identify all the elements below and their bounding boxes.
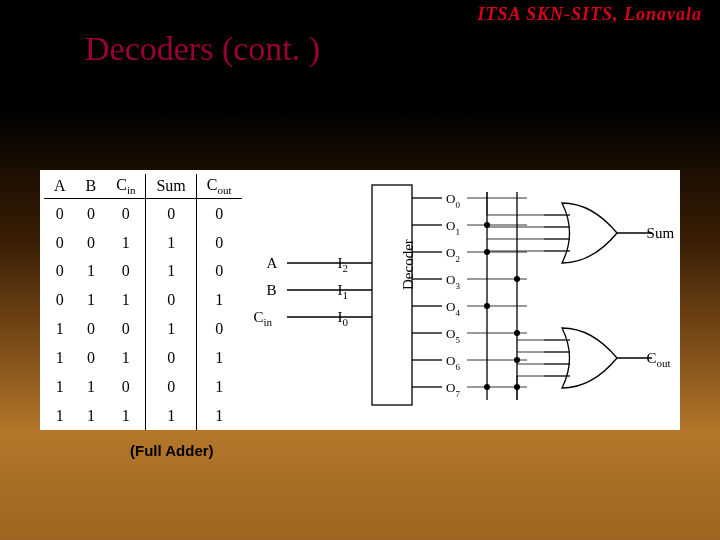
slide-subtitle: Logic function implementation: [140, 90, 488, 122]
tt-cell: 0: [146, 199, 196, 228]
decoder-output-label: O3: [446, 272, 460, 291]
tt-header: B: [76, 174, 107, 199]
pin-i1-label: I1: [338, 282, 349, 301]
brand-corner: ITSA SKN-SITS, Lonavala: [477, 4, 702, 25]
full-adder-caption: (Full Adder): [130, 442, 214, 459]
truth-table: ABCinSumCout 000000011001010011011001010…: [44, 174, 242, 430]
tt-cell: 1: [106, 343, 146, 372]
decoder-output-label: O1: [446, 218, 460, 237]
table-row: 10010: [44, 315, 242, 344]
tt-header: A: [44, 174, 76, 199]
tt-cell: 1: [106, 228, 146, 257]
pin-i0-label: I0: [338, 309, 349, 328]
decoder-block-label: Decoder: [400, 239, 417, 290]
sum-output-label: Sum: [647, 225, 675, 242]
tt-cell: 0: [76, 315, 107, 344]
tt-cell: 0: [196, 199, 241, 228]
tt-cell: 0: [196, 228, 241, 257]
input-cin-label: Cin: [254, 309, 273, 328]
tt-cell: 0: [106, 257, 146, 286]
tt-cell: 0: [146, 286, 196, 315]
tt-cell: 1: [196, 343, 241, 372]
table-row: 00110: [44, 228, 242, 257]
tt-cell: 1: [196, 401, 241, 430]
svg-point-26: [514, 276, 520, 282]
table-row: 11111: [44, 401, 242, 430]
tt-cell: 1: [76, 372, 107, 401]
tt-cell: 1: [196, 286, 241, 315]
tt-cell: 0: [196, 315, 241, 344]
table-row: 10101: [44, 343, 242, 372]
table-row: 00000: [44, 199, 242, 228]
tt-cell: 1: [76, 401, 107, 430]
tt-cell: 0: [146, 372, 196, 401]
input-b-label: B: [267, 282, 277, 299]
tt-cell: 0: [106, 199, 146, 228]
tt-cell: 0: [76, 199, 107, 228]
tt-cell: 0: [76, 343, 107, 372]
tt-cell: 0: [44, 257, 76, 286]
tt-cell: 1: [44, 372, 76, 401]
tt-cell: 0: [76, 228, 107, 257]
table-row: 01101: [44, 286, 242, 315]
decoder-diagram: O0O1O2O3O4O5O6O7 A B Cin I2 I1 I0 Decode…: [242, 170, 702, 430]
table-row: 01010: [44, 257, 242, 286]
tt-cell: 1: [146, 228, 196, 257]
tt-header: Sum: [146, 174, 196, 199]
tt-cell: 1: [106, 401, 146, 430]
decoder-output-label: O4: [446, 299, 460, 318]
tt-cell: 1: [106, 286, 146, 315]
tt-cell: 1: [146, 315, 196, 344]
pin-i2-label: I2: [338, 255, 349, 274]
decoder-svg: O0O1O2O3O4O5O6O7: [242, 170, 702, 430]
svg-point-27: [514, 330, 520, 336]
decoder-output-label: O7: [446, 380, 460, 399]
tt-cell: 1: [196, 372, 241, 401]
tt-cell: 0: [196, 257, 241, 286]
tt-cell: 1: [44, 315, 76, 344]
decoder-output-label: O6: [446, 353, 460, 372]
svg-point-25: [484, 384, 490, 390]
svg-point-28: [514, 357, 520, 363]
input-a-label: A: [267, 255, 278, 272]
slide-title: Decoders (cont. ): [85, 30, 320, 68]
decoder-output-label: O5: [446, 326, 460, 345]
tt-cell: 1: [146, 257, 196, 286]
tt-cell: 0: [146, 343, 196, 372]
tt-header: Cin: [106, 174, 146, 199]
table-row: 11001: [44, 372, 242, 401]
tt-cell: 1: [76, 257, 107, 286]
tt-cell: 0: [44, 286, 76, 315]
svg-point-24: [484, 303, 490, 309]
tt-cell: 0: [44, 228, 76, 257]
svg-rect-0: [372, 185, 412, 405]
content-strip: ABCinSumCout 000000011001010011011001010…: [40, 170, 680, 430]
svg-point-23: [484, 249, 490, 255]
tt-cell: 1: [146, 401, 196, 430]
tt-cell: 1: [44, 343, 76, 372]
cout-output-label: Cout: [647, 350, 671, 369]
tt-cell: 0: [106, 315, 146, 344]
tt-cell: 1: [76, 286, 107, 315]
tt-cell: 0: [44, 199, 76, 228]
tt-cell: 0: [106, 372, 146, 401]
tt-cell: 1: [44, 401, 76, 430]
slide-root: ITSA SKN-SITS, Lonavala Decoders (cont. …: [0, 0, 720, 540]
tt-header: Cout: [196, 174, 241, 199]
decoder-output-label: O0: [446, 191, 460, 210]
decoder-output-label: O2: [446, 245, 460, 264]
